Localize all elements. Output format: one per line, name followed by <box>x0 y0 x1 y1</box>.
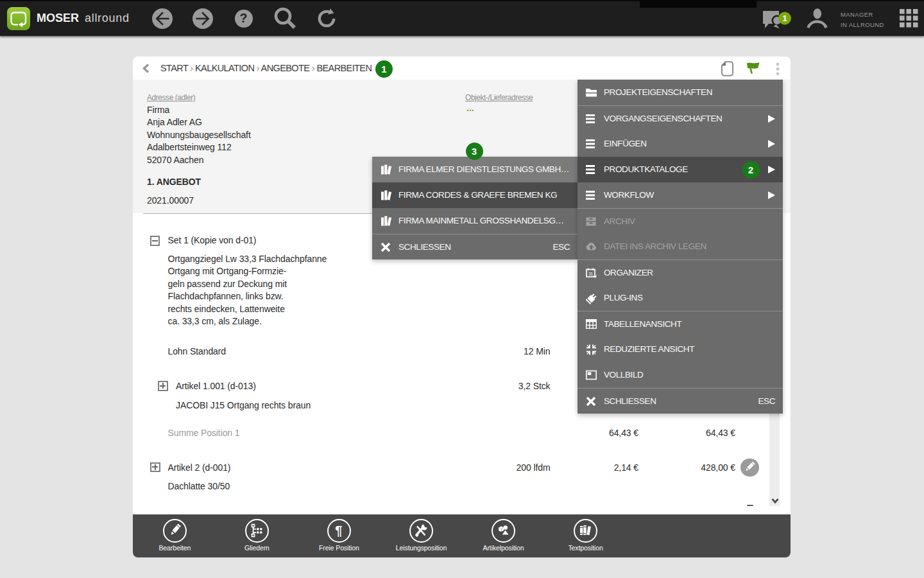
svg-text:1: 1 <box>782 13 787 23</box>
svg-text:31: 31 <box>588 272 593 276</box>
